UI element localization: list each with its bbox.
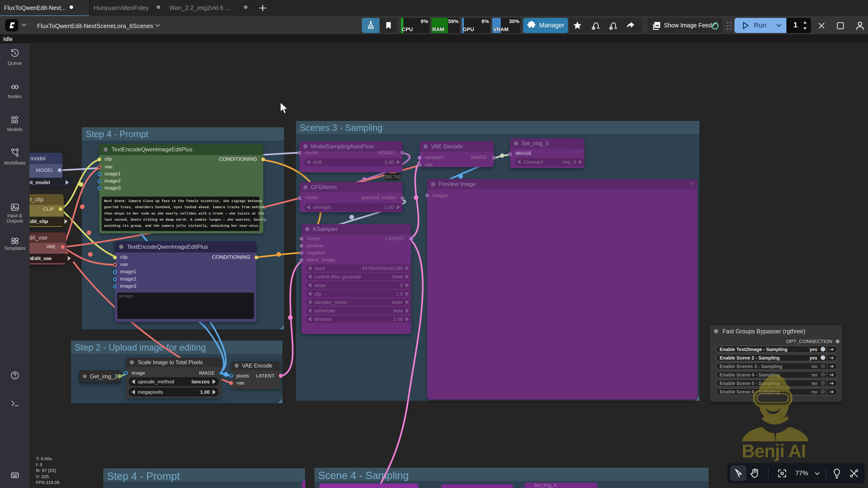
- svg-text:Benji AI: Benji AI: [742, 441, 805, 461]
